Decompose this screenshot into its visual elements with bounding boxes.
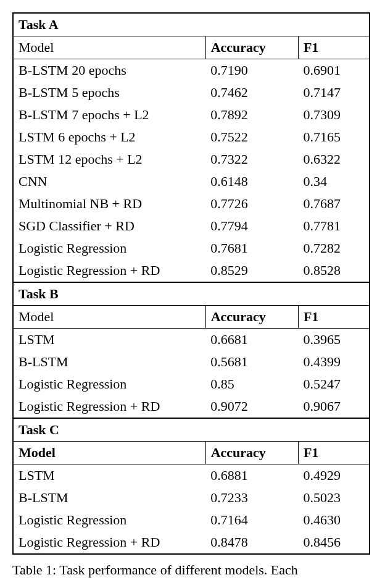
cell-accuracy: 0.8529	[205, 259, 298, 282]
cell-model: Logistic Regression	[13, 237, 205, 259]
col-accuracy: Accuracy	[205, 36, 298, 59]
table-row: Logistic Regression + RD 0.8478 0.8456	[13, 531, 370, 554]
cell-f1: 0.6322	[298, 148, 370, 170]
cell-f1: 0.7282	[298, 237, 370, 259]
cell-f1: 0.8528	[298, 259, 370, 282]
cell-model: Logistic Regression	[13, 509, 205, 531]
cell-model: B-LSTM 5 epochs	[13, 82, 205, 104]
cell-f1: 0.6901	[298, 59, 370, 82]
section-title: Task A	[13, 13, 370, 36]
cell-model: B-LSTM 7 epochs + L2	[13, 104, 205, 126]
cell-model: Multinomial NB + RD	[13, 193, 205, 215]
cell-accuracy: 0.8478	[205, 531, 298, 554]
table-row: LSTM 0.6681 0.3965	[13, 329, 370, 351]
cell-accuracy: 0.7462	[205, 82, 298, 104]
cell-model: CNN	[13, 170, 205, 193]
section-title: Task B	[13, 282, 370, 306]
cell-f1: 0.5023	[298, 487, 370, 509]
caption-trail: Each	[271, 562, 298, 578]
cell-f1: 0.9067	[298, 395, 370, 418]
cell-model: LSTM	[13, 329, 205, 351]
table-row: Logistic Regression + RD 0.9072 0.9067	[13, 395, 370, 418]
col-model: Model	[13, 442, 205, 464]
cell-accuracy: 0.7794	[205, 215, 298, 237]
table-caption: Table 1: Task performance of different m…	[12, 562, 370, 578]
table-row: Logistic Regression 0.7681 0.7282	[13, 237, 370, 259]
cell-f1: 0.7147	[298, 82, 370, 104]
cell-f1: 0.7687	[298, 193, 370, 215]
table-row: B-LSTM 5 epochs 0.7462 0.7147	[13, 82, 370, 104]
cell-f1: 0.8456	[298, 531, 370, 554]
table: Task A Model Accuracy F1 B-LSTM 20 epoch…	[12, 12, 370, 555]
cell-model: Logistic Regression + RD	[13, 531, 205, 554]
cell-model: B-LSTM	[13, 351, 205, 373]
col-f1: F1	[298, 306, 370, 329]
section-header-b: Task B	[13, 282, 370, 306]
cell-accuracy: 0.7522	[205, 126, 298, 148]
results-table: Task A Model Accuracy F1 B-LSTM 20 epoch…	[12, 12, 370, 578]
cell-model: LSTM 12 epochs + L2	[13, 148, 205, 170]
cell-accuracy: 0.7681	[205, 237, 298, 259]
cell-accuracy: 0.7233	[205, 487, 298, 509]
cell-model: LSTM 6 epochs + L2	[13, 126, 205, 148]
cell-accuracy: 0.7164	[205, 509, 298, 531]
cell-accuracy: 0.7322	[205, 148, 298, 170]
table-row: SGD Classifier + RD 0.7794 0.7781	[13, 215, 370, 237]
cell-f1: 0.5247	[298, 373, 370, 395]
col-accuracy: Accuracy	[205, 442, 298, 464]
cell-model: B-LSTM	[13, 487, 205, 509]
table-row: LSTM 12 epochs + L2 0.7322 0.6322	[13, 148, 370, 170]
cell-f1: 0.3965	[298, 329, 370, 351]
cell-accuracy: 0.9072	[205, 395, 298, 418]
cell-f1: 0.7165	[298, 126, 370, 148]
cell-f1: 0.4630	[298, 509, 370, 531]
col-header-a: Model Accuracy F1	[13, 36, 370, 59]
table-row: B-LSTM 20 epochs 0.7190 0.6901	[13, 59, 370, 82]
cell-model: Logistic Regression	[13, 373, 205, 395]
cell-model: SGD Classifier + RD	[13, 215, 205, 237]
caption-text: Table 1: Task performance of different m…	[12, 562, 267, 578]
table-row: Logistic Regression 0.85 0.5247	[13, 373, 370, 395]
cell-accuracy: 0.7190	[205, 59, 298, 82]
cell-accuracy: 0.5681	[205, 351, 298, 373]
col-f1: F1	[298, 36, 370, 59]
cell-accuracy: 0.6881	[205, 464, 298, 487]
cell-model: B-LSTM 20 epochs	[13, 59, 205, 82]
table-row: B-LSTM 0.5681 0.4399	[13, 351, 370, 373]
cell-accuracy: 0.85	[205, 373, 298, 395]
col-header-b: Model Accuracy F1	[13, 306, 370, 329]
cell-accuracy: 0.6681	[205, 329, 298, 351]
table-row: Multinomial NB + RD 0.7726 0.7687	[13, 193, 370, 215]
cell-f1: 0.4929	[298, 464, 370, 487]
cell-model: LSTM	[13, 464, 205, 487]
cell-model: Logistic Regression + RD	[13, 259, 205, 282]
cell-accuracy: 0.7892	[205, 104, 298, 126]
cell-f1: 0.7309	[298, 104, 370, 126]
col-accuracy: Accuracy	[205, 306, 298, 329]
cell-accuracy: 0.7726	[205, 193, 298, 215]
cell-accuracy: 0.6148	[205, 170, 298, 193]
table-row: Logistic Regression + RD 0.8529 0.8528	[13, 259, 370, 282]
cell-model: Logistic Regression + RD	[13, 395, 205, 418]
table-row: LSTM 6 epochs + L2 0.7522 0.7165	[13, 126, 370, 148]
table-row: Logistic Regression 0.7164 0.4630	[13, 509, 370, 531]
col-f1: F1	[298, 442, 370, 464]
table-row: LSTM 0.6881 0.4929	[13, 464, 370, 487]
section-header-c: Task C	[13, 418, 370, 442]
section-title: Task C	[13, 418, 370, 442]
cell-f1: 0.7781	[298, 215, 370, 237]
table-row: B-LSTM 0.7233 0.5023	[13, 487, 370, 509]
cell-f1: 0.34	[298, 170, 370, 193]
col-model: Model	[13, 306, 205, 329]
cell-f1: 0.4399	[298, 351, 370, 373]
col-header-c: Model Accuracy F1	[13, 442, 370, 464]
col-model: Model	[13, 36, 205, 59]
section-header-a: Task A	[13, 13, 370, 36]
table-row: B-LSTM 7 epochs + L2 0.7892 0.7309	[13, 104, 370, 126]
table-row: CNN 0.6148 0.34	[13, 170, 370, 193]
